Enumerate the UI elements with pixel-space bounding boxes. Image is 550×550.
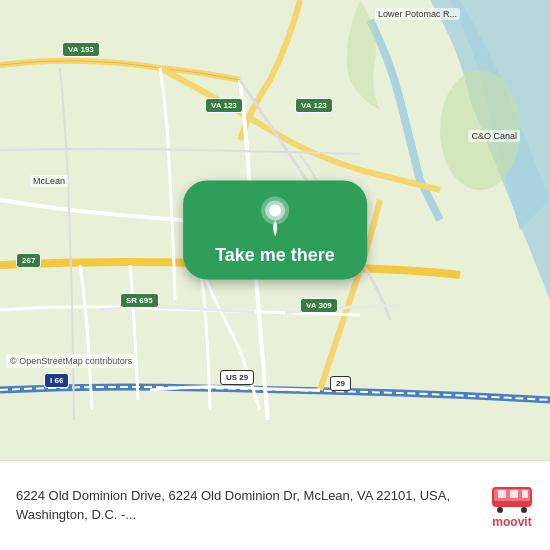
svg-point-4 — [269, 205, 281, 217]
shield-va123a: VA 123 — [205, 98, 243, 113]
map-container: McLean VA 193 VA 123 VA 123 267 SR 695 V… — [0, 0, 550, 460]
shield-us29a: US 29 — [220, 370, 254, 385]
shield-va193: VA 193 — [62, 42, 100, 57]
label-lower-potomac: Lower Potomac R... — [375, 8, 460, 20]
moovit-logo: moovit — [490, 483, 534, 529]
shield-sr695: SR 695 — [120, 293, 159, 308]
osm-attribution: © OpenStreetMap contributors — [6, 354, 136, 368]
svg-point-7 — [497, 507, 503, 513]
svg-rect-10 — [510, 490, 518, 498]
info-bar: 6224 Old Dominion Drive, 6224 Old Domini… — [0, 460, 550, 550]
label-chesapeake: C&O Canal — [468, 130, 520, 142]
take-me-there-button[interactable]: Take me there — [183, 181, 367, 280]
shield-i66: I 66 — [44, 373, 69, 388]
shield-va309: VA 309 — [300, 298, 338, 313]
shield-us29b: 29 — [330, 376, 351, 391]
shield-va267: 267 — [16, 253, 41, 268]
svg-point-8 — [521, 507, 527, 513]
moovit-bus-icon — [490, 483, 534, 513]
svg-rect-9 — [498, 490, 506, 498]
location-pin-icon — [257, 195, 293, 239]
svg-rect-11 — [522, 490, 528, 498]
place-label-mclean: McLean — [30, 175, 68, 187]
button-label: Take me there — [215, 245, 335, 266]
address-text: 6224 Old Dominion Drive, 6224 Old Domini… — [16, 487, 480, 523]
button-overlay: Take me there — [183, 181, 367, 280]
moovit-text: moovit — [492, 515, 531, 529]
shield-va123b: VA 123 — [295, 98, 333, 113]
